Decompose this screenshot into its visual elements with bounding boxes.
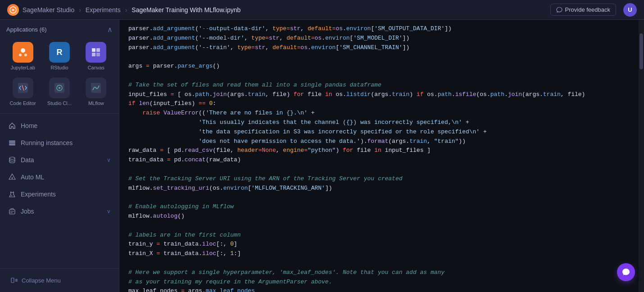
collapse-menu-label: Collapse Menu <box>22 277 61 284</box>
sidebar-item-auto-ml-label: Auto ML <box>21 173 44 181</box>
jupyterlab-icon <box>13 42 33 63</box>
scrollbar-track[interactable] <box>639 20 644 292</box>
jobs-chevron: ∨ <box>107 208 111 214</box>
breadcrumb-sep-1: › <box>79 6 81 14</box>
running-instances-icon <box>8 139 16 147</box>
sagemaker-logo <box>7 4 19 16</box>
breadcrumb-sep-2: › <box>125 6 127 14</box>
app-canvas[interactable]: Canvas <box>80 40 113 72</box>
svg-rect-25 <box>11 278 14 283</box>
sidebar: Applications (6) ∧ JupyterLab <box>0 20 119 292</box>
sidebar-footer: Collapse Menu <box>0 268 119 292</box>
svg-rect-22 <box>9 210 15 214</box>
topbar: SageMaker Studio › Experiments › SageMak… <box>0 0 644 20</box>
feedback-icon <box>556 7 562 13</box>
crumb-sagemaker-studio[interactable]: SageMaker Studio <box>23 6 74 14</box>
collapse-menu-button[interactable]: Collapse Menu <box>7 274 112 287</box>
svg-point-21 <box>11 195 12 196</box>
sidebar-item-jobs-label: Jobs <box>21 208 34 215</box>
code-editor-area[interactable]: parser.add_argument('--output-data-dir',… <box>119 20 644 292</box>
collapse-icon <box>11 277 18 284</box>
jobs-icon <box>8 207 16 215</box>
studio-cl-label: Studio Cl... <box>47 100 72 106</box>
code-content: parser.add_argument('--output-data-dir',… <box>119 20 644 292</box>
sidebar-item-data[interactable]: Data ∨ <box>0 151 119 169</box>
data-icon <box>8 156 16 164</box>
apps-title: Applications (6) <box>6 26 47 33</box>
canvas-label: Canvas <box>88 65 104 70</box>
chat-icon <box>621 268 630 277</box>
rstudio-label: RStudio <box>50 65 68 70</box>
apps-grid: JupyterLab R RStudio <box>6 40 113 108</box>
app-code-editor[interactable]: Code Editor <box>6 76 39 108</box>
feedback-button[interactable]: Provide feedback <box>550 4 616 16</box>
sidebar-item-auto-ml[interactable]: Auto ML <box>0 169 119 186</box>
svg-point-2 <box>19 54 22 56</box>
sidebar-item-running-instances[interactable]: Running instances <box>0 134 119 151</box>
svg-point-17 <box>9 157 15 160</box>
sidebar-item-data-label: Data <box>21 156 34 164</box>
home-icon <box>8 122 16 130</box>
sidebar-item-home-label: Home <box>21 122 37 129</box>
auto-ml-icon <box>8 173 16 181</box>
main-layout: Applications (6) ∧ JupyterLab <box>0 20 644 292</box>
data-chevron: ∨ <box>107 157 111 163</box>
scrollbar-thumb[interactable] <box>639 33 643 69</box>
mlflow-icon <box>86 78 106 98</box>
topbar-actions: Provide feedback U <box>550 3 637 17</box>
svg-rect-4 <box>92 48 95 52</box>
app-jupyterlab[interactable]: JupyterLab <box>6 40 39 72</box>
svg-point-19 <box>12 178 13 179</box>
app-studio-cl[interactable]: Studio Cl... <box>43 76 76 108</box>
app-rstudio[interactable]: R RStudio <box>43 40 76 72</box>
app-mlflow[interactable]: MLflow <box>80 76 113 108</box>
svg-rect-14 <box>9 141 15 142</box>
sidebar-item-home[interactable]: Home <box>0 117 119 134</box>
code-editor-label: Code Editor <box>10 100 36 106</box>
svg-rect-16 <box>9 144 15 146</box>
svg-point-3 <box>24 54 27 56</box>
nav-section: Home Running instances <box>0 114 119 268</box>
svg-rect-7 <box>96 53 100 56</box>
crumb-current-file: SageMaker Training With MLflow.ipynb <box>132 6 240 14</box>
code-editor-icon <box>13 78 33 98</box>
sidebar-item-experiments-label: Experiments <box>21 191 56 198</box>
mlflow-label: MLflow <box>88 100 104 106</box>
user-avatar[interactable]: U <box>623 3 637 17</box>
crumb-experiments[interactable]: Experiments <box>86 6 121 14</box>
sidebar-item-experiments[interactable]: Experiments <box>0 186 119 203</box>
breadcrumb: SageMaker Studio › Experiments › SageMak… <box>7 4 240 16</box>
rstudio-icon: R <box>49 42 70 63</box>
svg-point-12 <box>59 87 60 89</box>
sidebar-item-jobs[interactable]: Jobs ∨ <box>0 203 119 220</box>
sidebar-item-running-instances-label: Running instances <box>21 139 73 146</box>
apps-collapse-chevron[interactable]: ∧ <box>107 25 113 34</box>
svg-rect-6 <box>92 53 95 56</box>
chat-bubble-button[interactable] <box>617 263 635 281</box>
svg-point-1 <box>21 48 25 53</box>
svg-rect-15 <box>9 142 15 144</box>
apps-section: Applications (6) ∧ JupyterLab <box>0 20 119 114</box>
svg-rect-5 <box>96 48 100 52</box>
apps-header: Applications (6) ∧ <box>6 25 113 34</box>
experiments-icon <box>8 190 16 198</box>
canvas-icon <box>86 42 106 63</box>
jupyterlab-label: JupyterLab <box>10 65 35 70</box>
studio-cl-icon <box>49 78 70 98</box>
